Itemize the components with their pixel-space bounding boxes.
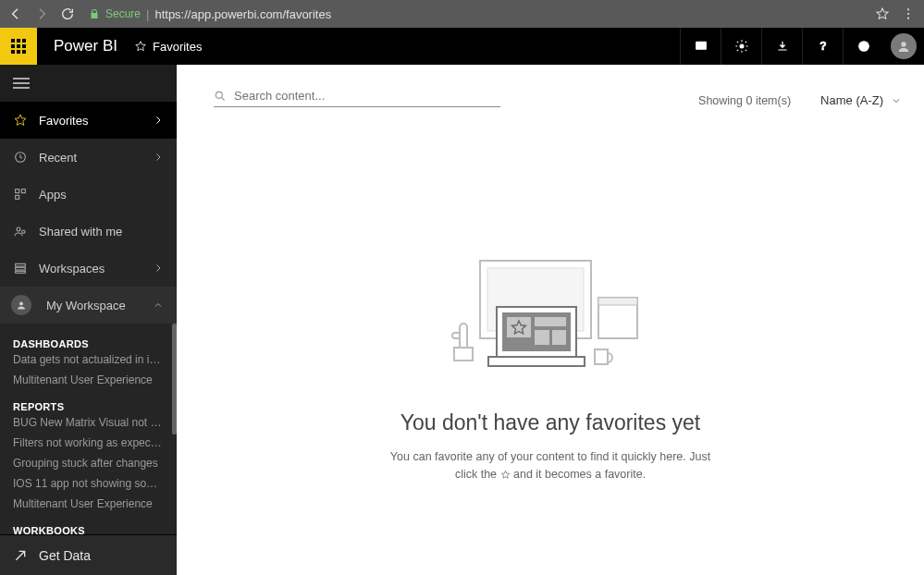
chevron-right-icon [153,152,164,163]
empty-state: You don't have any favorites yet You can… [177,116,924,575]
help-button[interactable]: ? [802,28,843,65]
list-item[interactable]: Data gets not actualized in iPad app [13,349,164,370]
svg-rect-17 [16,267,26,270]
section-workbooks: WORKBOOKS [13,525,164,534]
breadcrumb[interactable]: Favorites [134,40,202,54]
item-count-label: Showing 0 item(s) [698,94,791,107]
section-dashboards: DASHBOARDS [13,338,164,349]
feedback-button[interactable] [843,28,883,65]
sidebar-item-apps[interactable]: Apps [0,176,177,213]
svg-rect-26 [595,349,608,364]
sidebar-item-label: Recent [39,151,142,165]
list-item[interactable]: IOS 11 app not showing some tiles [13,473,164,494]
list-item[interactable]: Filters not working as expected [13,433,164,453]
svg-rect-3 [696,42,706,49]
forward-button[interactable] [33,6,50,22]
apps-icon [13,187,28,202]
breadcrumb-label: Favorites [153,40,202,54]
chevron-up-icon [153,300,164,311]
secure-label: Secure [105,7,141,20]
avatar-icon [891,33,917,59]
svg-point-9 [901,42,906,46]
chevron-down-icon [891,95,902,106]
question-icon: ? [816,39,831,54]
empty-subtitle: You can favorite any of your content to … [384,448,717,483]
get-data-button[interactable]: Get Data [0,534,177,575]
shared-icon [13,224,28,239]
download-button[interactable] [761,28,802,65]
svg-point-14 [17,227,20,231]
list-item[interactable]: Multitenant User Experience [13,494,164,514]
svg-rect-24 [598,298,637,305]
reload-button[interactable] [59,6,76,22]
settings-button[interactable] [721,28,761,65]
browser-menu-icon[interactable] [900,6,917,22]
empty-illustration [439,255,661,385]
arrow-icon [13,548,28,563]
svg-rect-16 [16,263,26,266]
sidebar-item-favorites[interactable]: Favorites [0,102,177,139]
sidebar-item-label: Shared with me [39,225,164,239]
svg-rect-33 [488,357,585,366]
chevron-right-icon [153,263,164,274]
empty-title: You don't have any favorites yet [400,410,700,435]
profile-button[interactable] [883,33,924,59]
person-icon [11,295,31,315]
star-icon [500,470,511,480]
hamburger-icon [13,75,30,92]
svg-rect-25 [454,348,473,361]
address-bar[interactable]: Secure | https://app.powerbi.com/favorit… [85,7,865,21]
clock-icon [13,150,28,165]
chevron-right-icon [153,115,164,126]
svg-rect-18 [16,271,26,273]
scrollbar[interactable] [172,324,177,434]
workspace-tree: DASHBOARDS Data gets not actualized in i… [0,324,177,534]
star-icon [134,40,147,53]
sidebar-toggle[interactable] [0,65,177,102]
svg-point-8 [865,44,866,45]
svg-point-7 [861,44,862,45]
svg-point-0 [907,8,909,10]
bookmark-star-icon[interactable] [874,6,891,22]
list-item[interactable]: BUG New Matrix Visual not slicing ... [13,412,164,433]
browser-chrome: Secure | https://app.powerbi.com/favorit… [0,0,924,28]
url-text: https://app.powerbi.com/favorites [154,7,331,21]
sidebar-item-label: Favorites [39,114,142,128]
search-field[interactable] [214,89,500,107]
sort-dropdown[interactable]: Name (A-Z) [820,93,902,107]
svg-point-2 [907,18,909,19]
sidebar-item-my-workspace[interactable]: My Workspace [0,287,177,324]
svg-rect-13 [16,195,19,199]
svg-rect-32 [552,330,566,345]
svg-rect-30 [535,317,566,326]
search-input[interactable] [234,89,500,103]
app-launcher-button[interactable] [0,28,37,65]
gear-icon [734,39,749,54]
svg-rect-31 [535,330,549,345]
svg-point-19 [19,302,23,306]
sidebar: Favorites Recent Apps Shared with me Wor… [0,65,177,575]
svg-rect-11 [16,190,19,193]
svg-point-6 [858,42,869,52]
svg-point-1 [907,13,909,15]
sidebar-item-label: Workspaces [39,262,142,275]
list-item[interactable]: Multitenant User Experience [13,370,164,390]
svg-text:?: ? [819,40,826,53]
waffle-icon [11,39,26,54]
sidebar-item-label: My Workspace [46,299,142,312]
list-item[interactable]: Grouping stuck after changes [13,453,164,473]
svg-point-15 [22,230,25,233]
sidebar-item-workspaces[interactable]: Workspaces [0,250,177,287]
back-button[interactable] [7,6,24,22]
brand-label: Power BI [37,37,134,55]
download-icon [775,39,790,54]
sort-label: Name (A-Z) [820,93,883,107]
content-pane: Showing 0 item(s) Name (A-Z) [177,65,924,575]
workspaces-icon [13,261,28,275]
star-icon [13,113,28,128]
sidebar-item-recent[interactable]: Recent [0,139,177,176]
get-data-label: Get Data [39,548,91,563]
svg-point-4 [740,44,744,48]
notifications-button[interactable] [680,28,721,65]
sidebar-item-shared[interactable]: Shared with me [0,213,177,250]
